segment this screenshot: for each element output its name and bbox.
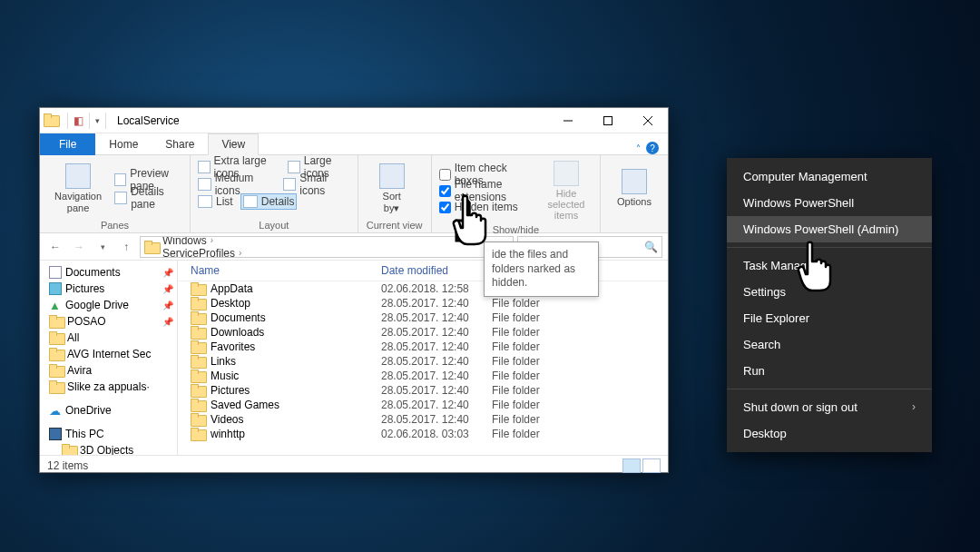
- sort-icon: [379, 163, 405, 189]
- check-hidden-items[interactable]: Hidden items: [439, 199, 534, 215]
- context-menu-item[interactable]: Desktop: [727, 420, 932, 447]
- file-rows[interactable]: AppData02.06.2018. 12:58File folderDeskt…: [178, 281, 668, 455]
- folder-icon: [191, 413, 205, 426]
- window-title: LocalService: [117, 114, 180, 127]
- view-details-button[interactable]: [622, 458, 641, 473]
- folder-icon: [191, 399, 205, 411]
- context-menu-item[interactable]: Shut down or sign out›: [727, 394, 932, 420]
- layout-list[interactable]: List: [198, 193, 233, 210]
- col-date[interactable]: Date modified: [381, 264, 492, 277]
- folder-icon: [191, 428, 205, 440]
- breadcrumb[interactable]: Windows›: [162, 236, 243, 247]
- folder-icon: [191, 297, 205, 310]
- maximize-button[interactable]: [588, 108, 628, 133]
- close-button[interactable]: [628, 108, 668, 133]
- folder-icon: [191, 311, 205, 324]
- search-icon: 🔍: [644, 241, 658, 253]
- ribbon-view: Navigation pane Preview pane Details pan…: [40, 155, 668, 233]
- context-menu-item[interactable]: Windows PowerShell (Admin): [727, 216, 932, 242]
- navigation-pane-button[interactable]: Navigation pane: [47, 159, 109, 218]
- options-button[interactable]: Options: [608, 159, 661, 218]
- file-row[interactable]: Favorites28.05.2017. 12:40File folder: [178, 340, 668, 354]
- folder-icon: [191, 282, 205, 295]
- tree-item[interactable]: Avira: [42, 362, 175, 379]
- address-bar[interactable]: Local Disk (C:)›Windows›ServiceProfiles›…: [140, 236, 514, 258]
- tree-item[interactable]: 3D Objects: [42, 442, 175, 455]
- folder-icon: [191, 355, 205, 368]
- context-menu-item[interactable]: Task Manager: [727, 252, 932, 279]
- options-icon: [622, 169, 647, 194]
- winx-context-menu: Computer ManagementWindows PowerShellWin…: [727, 158, 932, 452]
- file-row[interactable]: Saved Games28.05.2017. 12:40File folder: [178, 398, 668, 412]
- group-layout: Extra large icons Large icons Medium ico…: [191, 155, 358, 232]
- file-row[interactable]: Music28.05.2017. 12:40File folder: [178, 369, 668, 383]
- folder-icon: [191, 370, 205, 382]
- file-row[interactable]: Desktop28.05.2017. 12:40File folder: [178, 296, 668, 310]
- file-row[interactable]: Videos28.05.2017. 12:40File folder: [178, 412, 668, 427]
- status-text: 12 items: [47, 459, 88, 472]
- context-menu-item[interactable]: Settings: [727, 279, 932, 305]
- recent-locations-button[interactable]: ▾: [93, 237, 113, 257]
- file-row[interactable]: Downloads28.05.2017. 12:40File folder: [178, 325, 668, 340]
- tree-item[interactable]: ☁OneDrive: [42, 402, 175, 419]
- context-menu-item[interactable]: Run: [727, 358, 932, 384]
- layout-small[interactable]: Small icons: [283, 176, 350, 192]
- forward-button[interactable]: →: [69, 237, 89, 257]
- sm-icon: [283, 178, 297, 191]
- tree-item[interactable]: ▲Google Drive📌: [42, 297, 175, 313]
- hide-items-icon: [554, 161, 579, 186]
- context-menu-item[interactable]: Windows PowerShell: [727, 190, 932, 216]
- qat-dropdown-icon[interactable]: ▾: [95, 116, 100, 125]
- chevron-up-icon: ˄: [636, 143, 641, 153]
- details-pane-button[interactable]: Details pane: [114, 190, 182, 206]
- sort-by-button[interactable]: Sortby▾: [366, 159, 418, 218]
- tree-item[interactable]: All: [42, 330, 175, 346]
- md-icon: [198, 178, 211, 191]
- tab-home[interactable]: Home: [95, 133, 152, 155]
- layout-details[interactable]: Details: [240, 193, 298, 210]
- tree-item[interactable]: POSAO📌: [42, 313, 175, 330]
- tree-item[interactable]: Pictures📌: [42, 281, 175, 297]
- back-button[interactable]: ←: [45, 237, 65, 257]
- file-row[interactable]: Documents28.05.2017. 12:40File folder: [178, 310, 668, 325]
- folder-icon: [191, 326, 205, 339]
- ribbon-collapse[interactable]: ˄ ?: [627, 142, 668, 154]
- layout-medium[interactable]: Medium icons: [198, 176, 276, 192]
- folder-icon: [191, 384, 205, 397]
- tab-share[interactable]: Share: [152, 133, 208, 155]
- minimize-button[interactable]: [548, 108, 588, 133]
- tab-view[interactable]: View: [208, 133, 259, 155]
- hide-selected-items-button[interactable]: Hide selecteditems: [540, 159, 593, 222]
- file-row[interactable]: Pictures28.05.2017. 12:40File folder: [178, 383, 668, 398]
- group-current-view: Sortby▾ Current view: [358, 155, 432, 232]
- titlebar[interactable]: ◧ ▾ LocalService: [40, 108, 668, 133]
- navigation-tree[interactable]: Documents📌Pictures📌▲Google Drive📌POSAO📌A…: [40, 261, 178, 455]
- context-menu-item[interactable]: Search: [727, 331, 932, 358]
- up-button[interactable]: ↑: [116, 237, 136, 257]
- navigation-pane-icon: [65, 163, 91, 189]
- view-large-icons-button[interactable]: [642, 458, 661, 473]
- tooltip-hidden-items: ide the files and folders narked as hidd…: [484, 242, 599, 297]
- tree-item[interactable]: Slike za appuals·: [42, 379, 175, 395]
- file-row[interactable]: winhttp02.06.2018. 03:03File folder: [178, 427, 668, 441]
- folder-icon: [44, 113, 58, 128]
- qat-save-icon[interactable]: ◧: [74, 114, 83, 127]
- group-panes: Navigation pane Preview pane Details pan…: [40, 155, 191, 232]
- tab-file[interactable]: File: [40, 133, 95, 155]
- ribbon-tabs: File Home Share View ˄ ?: [40, 133, 668, 155]
- check-file-name-extensions[interactable]: File name extensions: [439, 182, 534, 199]
- preview-pane-icon: [114, 173, 126, 186]
- tree-item[interactable]: This PC: [42, 426, 175, 442]
- help-icon[interactable]: ?: [646, 142, 659, 154]
- file-row[interactable]: Links28.05.2017. 12:40File folder: [178, 354, 668, 369]
- xl-icon: [198, 161, 211, 173]
- col-name[interactable]: Name: [191, 264, 381, 277]
- group-show-hide: Item check boxes File name extensions Hi…: [432, 155, 601, 232]
- context-menu-item[interactable]: File Explorer: [727, 305, 932, 331]
- tree-item[interactable]: Documents📌: [42, 264, 175, 281]
- breadcrumb[interactable]: ServiceProfiles›: [162, 247, 243, 258]
- folder-icon: [191, 340, 205, 353]
- context-menu-item[interactable]: Computer Management: [727, 163, 932, 190]
- svg-rect-1: [604, 116, 612, 124]
- tree-item[interactable]: AVG Internet Sec: [42, 346, 175, 362]
